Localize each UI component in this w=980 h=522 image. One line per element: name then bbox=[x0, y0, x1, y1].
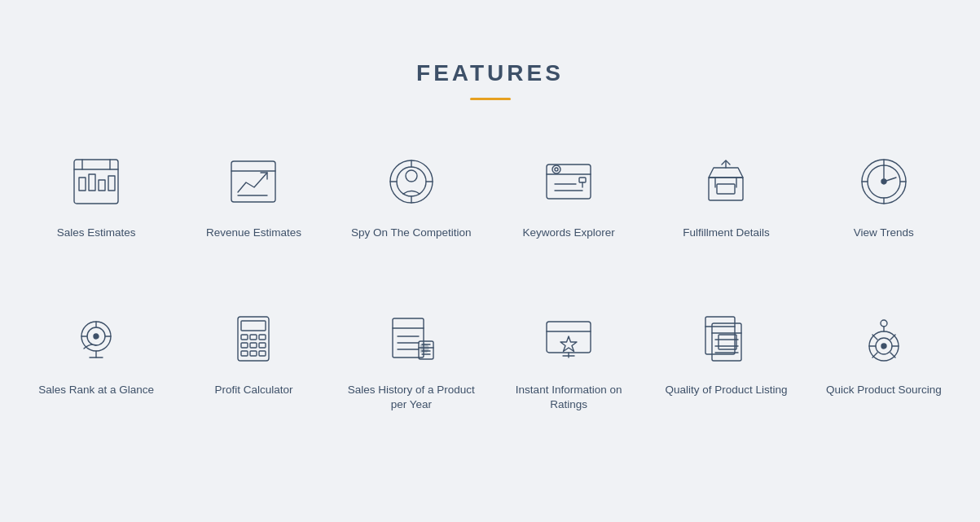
svg-rect-50 bbox=[241, 321, 266, 331]
feature-item-revenue-estimates[interactable]: Revenue Estimates bbox=[175, 133, 332, 257]
svg-rect-56 bbox=[259, 343, 266, 348]
quality-listing-icon bbox=[693, 306, 758, 371]
sales-rank-icon bbox=[64, 306, 129, 371]
svg-line-91 bbox=[890, 335, 895, 340]
profit-calculator-icon bbox=[221, 306, 286, 371]
fulfillment-details-label: Fulfillment Details bbox=[683, 226, 770, 241]
title-underline bbox=[470, 98, 511, 100]
svg-rect-58 bbox=[250, 351, 257, 356]
svg-rect-24 bbox=[579, 178, 586, 182]
section-title: FEATURES bbox=[18, 60, 963, 86]
svg-rect-28 bbox=[717, 184, 735, 194]
instant-ratings-icon bbox=[536, 306, 601, 371]
feature-item-quality-listing[interactable]: Quality of Product Listing bbox=[648, 290, 805, 430]
feature-item-fulfillment-details[interactable]: Fulfillment Details bbox=[648, 133, 805, 257]
feature-item-spy-competition[interactable]: Spy On The Competition bbox=[332, 133, 490, 257]
revenue-estimates-icon bbox=[221, 149, 286, 214]
svg-point-45 bbox=[94, 334, 99, 339]
svg-point-20 bbox=[552, 165, 560, 173]
sales-estimates-label: Sales Estimates bbox=[57, 226, 136, 241]
svg-marker-72 bbox=[560, 336, 577, 352]
feature-item-keywords-explorer[interactable]: Keywords Explorer bbox=[490, 133, 647, 257]
quality-listing-label: Quality of Product Listing bbox=[665, 383, 787, 398]
svg-rect-7 bbox=[108, 176, 115, 191]
sales-history-icon bbox=[379, 306, 444, 371]
instant-ratings-label: Instant Information on Ratings bbox=[498, 383, 639, 414]
svg-rect-26 bbox=[709, 178, 743, 200]
svg-rect-51 bbox=[241, 335, 248, 340]
svg-point-40 bbox=[881, 179, 886, 184]
svg-line-92 bbox=[872, 353, 877, 358]
svg-rect-57 bbox=[241, 351, 248, 356]
svg-rect-55 bbox=[250, 343, 257, 348]
spy-competition-label: Spy On The Competition bbox=[351, 226, 472, 241]
svg-rect-54 bbox=[241, 343, 248, 348]
feature-item-sales-rank[interactable]: Sales Rank at a Glance bbox=[18, 290, 175, 430]
svg-point-13 bbox=[406, 170, 417, 182]
svg-rect-75 bbox=[705, 317, 735, 354]
svg-rect-0 bbox=[74, 160, 118, 204]
feature-item-instant-ratings[interactable]: Instant Information on Ratings bbox=[490, 290, 647, 430]
feature-item-view-trends[interactable]: View Trends bbox=[805, 133, 962, 257]
svg-rect-18 bbox=[547, 164, 591, 199]
svg-point-86 bbox=[881, 320, 887, 327]
profit-calculator-label: Profit Calculator bbox=[214, 383, 292, 398]
keywords-explorer-label: Keywords Explorer bbox=[523, 226, 615, 241]
svg-rect-6 bbox=[99, 180, 105, 191]
features-row-2: Sales Rank at a Glance Pr bbox=[18, 290, 963, 430]
svg-point-21 bbox=[555, 168, 558, 171]
svg-rect-53 bbox=[259, 335, 266, 340]
svg-rect-4 bbox=[79, 178, 86, 191]
spy-competition-icon bbox=[379, 149, 444, 214]
features-row-1: Sales Estimates Revenue Estimates bbox=[18, 133, 963, 257]
quick-sourcing-icon bbox=[851, 306, 916, 371]
fulfillment-details-icon bbox=[693, 149, 758, 214]
svg-point-93 bbox=[881, 344, 886, 349]
svg-rect-52 bbox=[250, 335, 257, 340]
svg-line-90 bbox=[890, 353, 895, 358]
svg-rect-5 bbox=[89, 174, 95, 191]
view-trends-icon bbox=[851, 149, 916, 214]
sales-rank-label: Sales Rank at a Glance bbox=[38, 383, 154, 398]
feature-item-profit-calculator[interactable]: Profit Calculator bbox=[175, 290, 332, 430]
svg-rect-59 bbox=[259, 351, 266, 356]
quick-sourcing-label: Quick Product Sourcing bbox=[826, 383, 942, 398]
features-section: FEATURES Sales Estimates bbox=[18, 60, 963, 463]
feature-item-sales-history[interactable]: Sales History of a Product per Year bbox=[332, 290, 490, 430]
svg-rect-82 bbox=[719, 335, 736, 349]
svg-rect-49 bbox=[238, 317, 269, 361]
sales-estimates-icon bbox=[64, 149, 129, 214]
svg-line-89 bbox=[872, 335, 877, 340]
view-trends-label: View Trends bbox=[854, 226, 914, 241]
sales-history-label: Sales History of a Product per Year bbox=[341, 383, 481, 414]
feature-item-sales-estimates[interactable]: Sales Estimates bbox=[18, 133, 175, 257]
keywords-explorer-icon bbox=[536, 149, 601, 214]
feature-item-quick-sourcing[interactable]: Quick Product Sourcing bbox=[805, 290, 962, 430]
revenue-estimates-label: Revenue Estimates bbox=[206, 226, 301, 241]
